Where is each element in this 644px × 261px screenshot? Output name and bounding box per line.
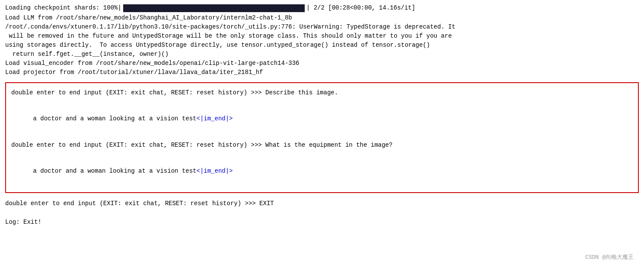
exit-prompt: double enter to end input (EXIT: exit ch… [5,198,639,209]
chat-response-2: a doctor and a woman looking at a vision… [11,155,633,188]
log-line-3: will be removed in the future and Untype… [5,32,639,41]
terminal-container: Loading checkpoint shards: 100%| | 2/2 [… [5,3,639,261]
chat-box: double enter to end input (EXIT: exit ch… [5,82,639,193]
exit-section: double enter to end input (EXIT: exit ch… [5,198,639,228]
progress-bar [123,4,305,12]
log-line-6: Load visual_encoder from /root/share/new… [5,59,639,68]
progress-line: Loading checkpoint shards: 100%| | 2/2 [… [5,3,639,13]
log-section: Load LLM from /root/share/new_models/Sha… [5,13,639,77]
response2-tag: <|im_end|> [196,168,233,174]
log-line-7: Load projector from /root/tutorial/xtune… [5,68,639,77]
response1-text: a doctor and a woman looking at a vision… [33,115,196,122]
response2-text: a doctor and a woman looking at a vision… [33,168,196,174]
log-line-2: /root/.conda/envs/xtuner0.1.17/lib/pytho… [5,23,639,32]
response1-tag: <|im_end|> [196,115,233,122]
chat-prompt-1: double enter to end input (EXIT: exit ch… [11,87,633,98]
watermark: CSDN @向晚大魔王 [585,253,634,261]
log-line-1: Load LLM from /root/share/new_models/Sha… [5,13,639,23]
chat-response-1: a doctor and a woman looking at a vision… [11,103,633,135]
progress-prefix: Loading checkpoint shards: 100%| [5,3,121,13]
log-line-4: using storages directly. To access Untyp… [5,41,639,50]
progress-bar-fill [123,4,305,12]
log-exit: Log: Exit! [5,217,639,228]
log-line-5: return self.fget.__get__(instance, owner… [5,50,639,59]
chat-prompt-2: double enter to end input (EXIT: exit ch… [11,140,633,151]
progress-suffix: | 2/2 [00:28<00:00, 14.16s/it] [306,3,415,13]
